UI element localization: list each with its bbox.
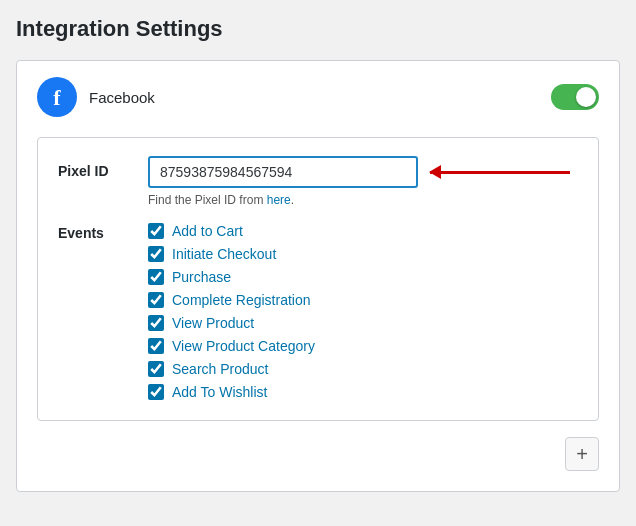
event-checkbox-add-to-wishlist[interactable]	[148, 384, 164, 400]
event-label-add-to-cart[interactable]: Add to Cart	[172, 223, 243, 239]
event-label-view-product-category[interactable]: View Product Category	[172, 338, 315, 354]
list-item: Initiate Checkout	[148, 246, 315, 262]
list-item: Add To Wishlist	[148, 384, 315, 400]
list-item: Complete Registration	[148, 292, 315, 308]
event-checkbox-view-product-category[interactable]	[148, 338, 164, 354]
list-item: Purchase	[148, 269, 315, 285]
events-row: Events Add to CartInitiate CheckoutPurch…	[58, 223, 578, 400]
event-label-purchase[interactable]: Purchase	[172, 269, 231, 285]
add-button-row: +	[37, 437, 599, 471]
add-integration-button[interactable]: +	[565, 437, 599, 471]
pixel-input-wrapper	[148, 156, 578, 188]
arrow-indicator	[430, 171, 570, 174]
pixel-hint: Find the Pixel ID from here.	[148, 193, 578, 207]
toggle-slider	[551, 84, 599, 110]
pixel-id-row: Pixel ID Find the Pixel ID from here.	[58, 156, 578, 207]
event-checkbox-search-product[interactable]	[148, 361, 164, 377]
event-checkbox-initiate-checkout[interactable]	[148, 246, 164, 262]
list-item: View Product	[148, 315, 315, 331]
pixel-id-label: Pixel ID	[58, 156, 148, 179]
facebook-label: Facebook	[89, 89, 551, 106]
event-checkbox-complete-registration[interactable]	[148, 292, 164, 308]
event-label-add-to-wishlist[interactable]: Add To Wishlist	[172, 384, 267, 400]
event-checkbox-add-to-cart[interactable]	[148, 223, 164, 239]
facebook-toggle[interactable]	[551, 84, 599, 110]
pixel-id-input[interactable]	[148, 156, 418, 188]
event-label-initiate-checkout[interactable]: Initiate Checkout	[172, 246, 276, 262]
list-item: Search Product	[148, 361, 315, 377]
settings-section: Pixel ID Find the Pixel ID from here. Ev…	[37, 137, 599, 421]
events-list: Add to CartInitiate CheckoutPurchaseComp…	[148, 223, 315, 400]
facebook-letter: f	[53, 87, 60, 109]
list-item: View Product Category	[148, 338, 315, 354]
events-label: Events	[58, 223, 148, 241]
pixel-id-content: Find the Pixel ID from here.	[148, 156, 578, 207]
event-checkbox-view-product[interactable]	[148, 315, 164, 331]
facebook-icon: f	[37, 77, 77, 117]
pixel-hint-text: Find the Pixel ID from	[148, 193, 263, 207]
event-label-search-product[interactable]: Search Product	[172, 361, 269, 377]
pixel-hint-link[interactable]: here	[267, 193, 291, 207]
event-label-complete-registration[interactable]: Complete Registration	[172, 292, 311, 308]
integration-card: f Facebook Pixel ID Find the Pixel ID fr…	[16, 60, 620, 492]
facebook-row: f Facebook	[37, 77, 599, 117]
list-item: Add to Cart	[148, 223, 315, 239]
event-checkbox-purchase[interactable]	[148, 269, 164, 285]
arrow-line	[430, 171, 570, 174]
page-title: Integration Settings	[16, 16, 620, 42]
event-label-view-product[interactable]: View Product	[172, 315, 254, 331]
